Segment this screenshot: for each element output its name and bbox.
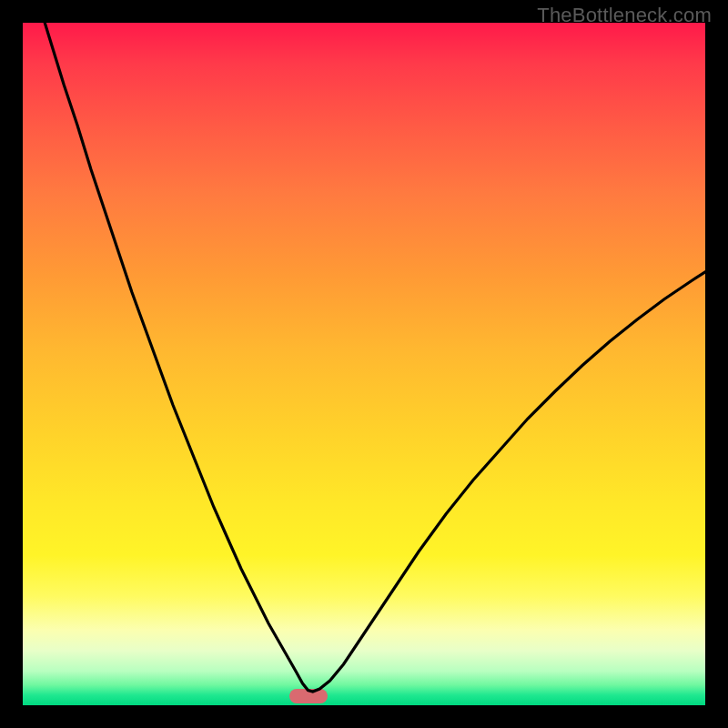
bottleneck-chart <box>23 23 705 705</box>
bottleneck-curve-path <box>23 23 705 692</box>
attribution-text: TheBottleneck.com <box>537 4 712 27</box>
curve-svg <box>23 23 705 705</box>
